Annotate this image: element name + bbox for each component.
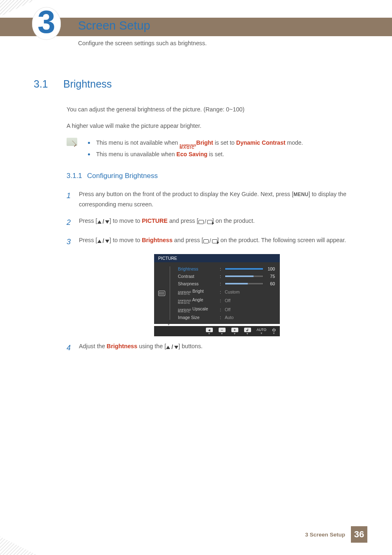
step-item: 2 Press [/] to move to PICTURE and press… [67,216,367,229]
osd-row: Image Size:Auto [178,315,275,320]
page-number: 36 [351,526,367,543]
osd-power-icon: ⏻ [272,328,276,332]
note-block: This menu is not available when SAMSUNGM… [67,138,367,159]
chapter-number: 3 [37,3,55,41]
page-footer: 3 Screen Setup 36 [305,526,367,543]
dynamic-contrast-label: Dynamic Contrast [236,139,286,146]
osd-row: Brightness:100 [178,266,275,271]
samsung-magic-logo: SAMSUNGMAGIC [180,145,196,149]
magic-bright-label: Bright [196,139,213,146]
osd-plus-icon: + [231,328,238,332]
step-number: 4 [67,341,73,354]
note-item: This menu is not available when SAMSUNGM… [87,138,367,149]
note-item: This menu is unavailable when Eco Saving… [87,149,367,160]
osd-more-arrow: ▼ [167,323,280,326]
step-number: 2 [67,216,73,229]
select-enter-icon: / [198,217,212,227]
osd-minus-icon: − [219,328,226,332]
eco-saving-label: Eco Saving [176,151,207,157]
osd-category-icon [158,291,165,296]
section-title: Brightness [63,78,112,90]
brightness-label: Brightness [142,237,173,243]
step-item: 3 Press [/] to move to Brightness and pr… [67,235,367,248]
section-intro-1: You can adjust the general brightness of… [67,105,367,114]
brightness-label: Brightness [107,343,138,349]
osd-row: Sharpness:60 [178,281,275,286]
osd-screenshot: PICTURE Brightness:100Contrast:75Sharpne… [154,254,280,336]
chapter-header: Screen Setup Configure the screen settin… [78,19,207,46]
subsection-heading: 3.1.1Configuring Brightness [67,172,367,180]
footer-decoration [0,536,37,555]
subsection-number: 3.1.1 [67,172,87,180]
osd-row: SAMSUNGMAGIC Angle:Off [178,297,275,303]
step-item: 4 Adjust the Brightness using the [/] bu… [67,341,367,354]
osd-row: Contrast:75 [178,274,275,279]
osd-footer: ◄▼ −▼ +▼ ↲▼ AUTO▼ ⏻▼ [154,326,280,336]
step-item: 1 Press any button on the front of the p… [67,189,367,210]
osd-back-icon: ◄ [206,328,213,332]
note-icon [67,138,77,146]
section-heading: 3.1Brightness [34,78,367,90]
picture-label: PICTURE [142,217,168,224]
osd-auto-label: AUTO [257,328,266,332]
osd-enter-icon: ↲ [244,328,251,332]
up-down-icon: / [97,217,110,227]
step-number: 3 [67,235,73,248]
osd-title: PICTURE [154,254,280,262]
footer-chapter-label: 3 Screen Setup [305,532,345,538]
section-number: 3.1 [34,78,63,90]
subsection-title: Configuring Brightness [87,172,158,180]
chapter-title: Screen Setup [78,19,207,32]
osd-row: SAMSUNGMAGIC Bright:Custom [178,289,275,295]
select-enter-icon: / [203,236,217,247]
corner-decoration [0,0,35,16]
chapter-number-badge: 3 [32,7,61,40]
chapter-subtitle: Configure the screen settings such as br… [78,40,207,46]
step-number: 1 [67,189,73,210]
up-down-icon: / [97,236,110,247]
up-down-icon: / [166,342,178,353]
menu-button-label: MENU [293,192,309,197]
section-intro-2: A higher value will make the picture app… [67,121,367,130]
osd-row: SAMSUNGMAGIC Upscale:Off [178,306,275,312]
